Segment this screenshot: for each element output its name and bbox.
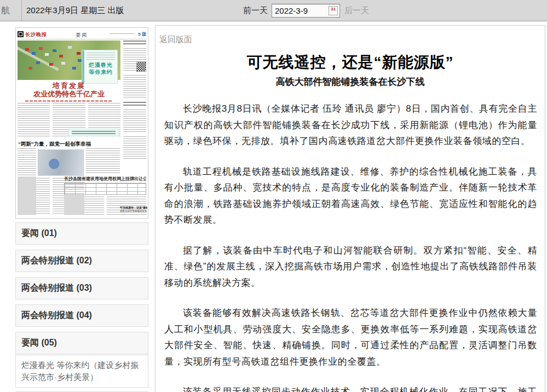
sidebar-item-page-01[interactable]: 要闻 (01) — [15, 222, 148, 245]
calendar-icon[interactable]: 31 — [329, 6, 338, 15]
sidebar-article-link-1[interactable]: 烂漫春光 等你来约（建设乡村振兴示范市·乡村美景） — [15, 355, 148, 388]
sidebar-item-page-03[interactable]: 两会特别报道 (03) — [15, 277, 148, 299]
thumbnail-second-headline: “两新”力量，跟党一起创享幸福 — [18, 141, 100, 148]
date-picker: 31 — [272, 4, 340, 18]
thumbnail-main-headline: 培育发展 农业优势特色千亿产业 — [18, 82, 120, 102]
article-paragraph: 该装备采用无线遥控同步动作作业技术，实现全程机械化作业，在同工况下，施工人员较行… — [164, 384, 537, 392]
mini-headline — [123, 41, 146, 46]
mini-headline — [123, 102, 146, 107]
thumbnail-header-rule — [18, 39, 146, 39]
text-column — [123, 109, 146, 134]
date-navigation: 前一天 31 后一天 — [243, 0, 369, 21]
article-body: 长沙晚报3月8日讯（全媒体记者 伍玲 通讯员 廖宁）8日，国内首创、具有完全自主… — [164, 101, 537, 392]
promo-title-line2: 等你来约 — [87, 68, 115, 76]
text-column — [18, 103, 50, 138]
notice-table-grid — [64, 183, 146, 195]
back-to-page-link[interactable]: 返回版面 — [159, 34, 192, 45]
sidebar-item-page-04[interactable]: 两会特别报道 (04) — [15, 304, 148, 327]
article-paragraph: 轨道工程机械是铁路基础设施线路建设、维修、养护的综合性机械化施工装备，具有小批量… — [164, 164, 537, 228]
sidebar-item-page-05[interactable]: 要闻 (05) — [15, 332, 148, 354]
top-toolbar: 航 2022年3月9日 星期三 出版 前一天 31 后一天 — [0, 0, 547, 21]
article-panel: 返回版面 可无线遥控，还是“新能源版” 高铁大部件智能铺换装备在长沙下线 长沙晚… — [155, 25, 545, 392]
headline-subline — [25, 100, 113, 102]
thumbnail-page-number: 5 版 — [138, 31, 146, 37]
nav-partial-label[interactable]: 航 — [0, 0, 22, 21]
notice-headline: 长沙县国有建设用地使用权网上挂牌出让公告 — [64, 176, 146, 182]
previous-day-button[interactable]: 前一天 — [243, 5, 268, 16]
thumbnail-worker-photo — [38, 149, 84, 176]
next-day-button-disabled[interactable]: 后一天 — [344, 5, 369, 16]
thumbnail-teal-banner — [68, 129, 119, 136]
photo-roofs — [25, 48, 29, 51]
thumbnail-header-dateline — [110, 33, 135, 36]
photo-road — [18, 45, 59, 71]
text-column — [86, 148, 120, 175]
article-title: 可无线遥控，还是“新能源版” — [156, 26, 545, 73]
page-sidebar: 长沙晚报 要闻 5 版 烂漫春光 等你来约 培育发展 农业优势特色千亿产业 “两… — [15, 27, 148, 392]
headline-line2: 农业优势特色千亿产业 — [18, 90, 120, 98]
newspaper-page-thumbnail[interactable]: 长沙晚报 要闻 5 版 烂漫春光 等你来约 培育发展 农业优势特色千亿产业 “两… — [15, 27, 148, 219]
article-paragraph: 长沙晚报3月8日讯（全媒体记者 伍玲 通讯员 廖宁）8日，国内首创、具有完全自主… — [164, 101, 537, 149]
article-paragraph: 该装备能够有效解决高速铁路长钢轨、岔芯等道岔大部件更换作业中仍然依赖大量人工和小… — [164, 305, 537, 370]
sidebar-item-page-02[interactable]: 两会特别报道 (02) — [15, 250, 148, 272]
text-column — [123, 136, 146, 160]
thumbnail-promo-box: 烂漫春光 等你来约 — [82, 50, 118, 84]
thumbnail-right-column — [123, 41, 146, 171]
text-column — [64, 197, 104, 216]
article-paragraph: 据了解，该装备由中车时代电子和山河智能联合研制。双方紧扣“智能、安全、精准、绿色… — [164, 243, 537, 291]
text-column — [18, 178, 50, 215]
qr-code — [136, 62, 146, 72]
publish-date-label: 2022年3月9日 星期三 出版 — [26, 0, 124, 21]
thumbnail-article-headline: 可无线遥控，还是“新能源版” — [120, 206, 147, 209]
banner-text-lines — [72, 131, 116, 135]
thumbnail-article-subheadline: 高铁大部件智能铺换装备在长沙下线 — [120, 210, 147, 212]
promo-text-lines — [87, 53, 115, 61]
text-column — [123, 75, 146, 99]
article-subtitle: 高铁大部件智能铺换装备在长沙下线 — [156, 76, 545, 88]
headline-line1: 培育发展 — [18, 82, 120, 90]
calendar-icon-day: 31 — [329, 7, 337, 12]
promo-title-line1: 烂漫春光 — [87, 61, 115, 68]
